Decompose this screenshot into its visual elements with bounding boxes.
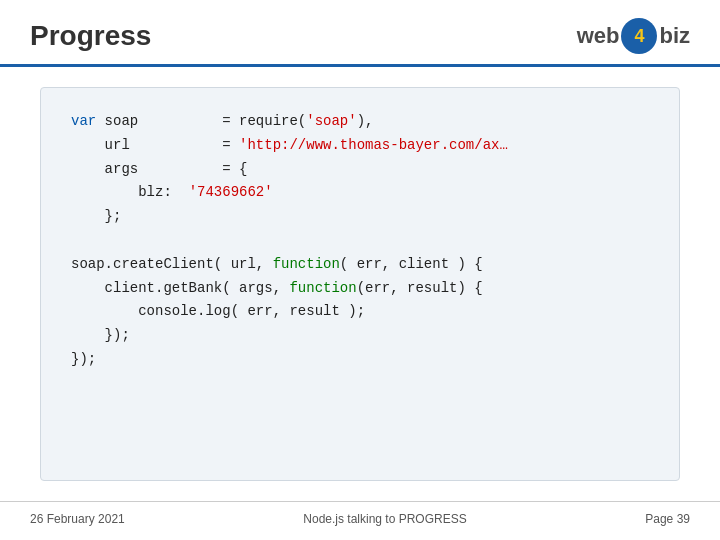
- logo-number: 4: [634, 26, 644, 47]
- code-line-9: });: [71, 324, 649, 348]
- logo-biz-text: biz: [659, 23, 690, 49]
- slide: Progress web 4 biz var soap = require('s…: [0, 0, 720, 540]
- logo: web 4 biz: [577, 18, 690, 54]
- footer-date: 26 February 2021: [30, 512, 125, 526]
- content-area: var soap = require('soap'), url = 'http:…: [0, 67, 720, 501]
- code-line-4: blz: '74369662': [71, 181, 649, 205]
- code-line-2: url = 'http://www.thomas-bayer.com/ax…: [71, 134, 649, 158]
- logo-circle: 4: [621, 18, 657, 54]
- code-line-7: client.getBank( args, function(err, resu…: [71, 277, 649, 301]
- code-line-1: var soap = require('soap'),: [71, 110, 649, 134]
- code-line-10: });: [71, 348, 649, 372]
- code-line-3: args = {: [71, 158, 649, 182]
- code-line-blank: [71, 229, 649, 253]
- footer: 26 February 2021 Node.js talking to PROG…: [0, 501, 720, 540]
- header: Progress web 4 biz: [0, 0, 720, 64]
- code-line-6: soap.createClient( url, function( err, c…: [71, 253, 649, 277]
- code-line-5: };: [71, 205, 649, 229]
- footer-center: Node.js talking to PROGRESS: [303, 512, 466, 526]
- code-line-8: console.log( err, result );: [71, 300, 649, 324]
- code-block: var soap = require('soap'), url = 'http:…: [40, 87, 680, 481]
- footer-page: Page 39: [645, 512, 690, 526]
- slide-title: Progress: [30, 20, 151, 52]
- logo-web-text: web: [577, 23, 620, 49]
